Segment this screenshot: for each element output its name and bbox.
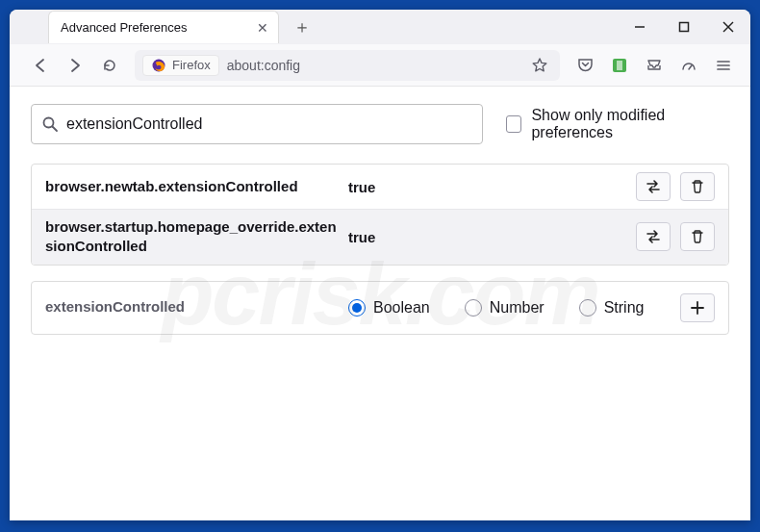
extension-icon[interactable]	[604, 50, 635, 81]
back-button[interactable]	[25, 50, 56, 81]
titlebar: Advanced Preferences ✕ ＋	[10, 10, 750, 44]
close-window-button[interactable]	[706, 10, 750, 44]
url-bar[interactable]: Firefox	[135, 50, 560, 81]
table-row: browser.startup.homepage_override.extens…	[32, 210, 728, 265]
firefox-icon	[151, 58, 166, 73]
svg-line-7	[689, 65, 692, 69]
search-box[interactable]	[31, 104, 483, 144]
svg-rect-6	[617, 61, 622, 70]
radio-label: String	[604, 299, 645, 317]
forward-button[interactable]	[60, 50, 90, 81]
search-icon	[41, 115, 59, 133]
radio-label: Boolean	[373, 299, 430, 317]
svg-rect-1	[680, 23, 689, 32]
radio-boolean[interactable]: Boolean	[348, 299, 430, 317]
minimize-button[interactable]	[618, 10, 662, 44]
prefs-table: browser.newtab.extensionControlled true …	[31, 164, 729, 266]
new-pref-name: extensionControlled	[45, 297, 348, 317]
show-modified-label: Show only modified preferences	[531, 107, 729, 141]
pref-value: true	[348, 229, 636, 245]
close-icon[interactable]: ✕	[257, 20, 268, 36]
type-radios: Boolean Number String	[348, 299, 680, 317]
identity-label: Firefox	[172, 58, 211, 72]
radio-string[interactable]: String	[579, 299, 645, 317]
reload-button[interactable]	[94, 50, 125, 81]
table-row: browser.newtab.extensionControlled true	[32, 165, 728, 210]
radio-number[interactable]: Number	[465, 299, 545, 317]
show-modified-checkbox[interactable]: Show only modified preferences	[506, 107, 729, 141]
toolbar: Firefox	[10, 44, 750, 87]
pref-value: true	[348, 179, 636, 195]
window-controls	[618, 10, 750, 44]
pref-name: browser.newtab.extensionControlled	[45, 177, 348, 196]
inbox-icon[interactable]	[639, 50, 670, 81]
toggle-button[interactable]	[636, 222, 671, 251]
search-row: Show only modified preferences	[31, 104, 729, 144]
browser-window: Advanced Preferences ✕ ＋	[10, 10, 750, 520]
new-tab-button[interactable]: ＋	[289, 15, 316, 38]
identity-box[interactable]: Firefox	[142, 55, 219, 76]
search-input[interactable]	[66, 115, 472, 133]
bookmark-star-icon[interactable]	[527, 50, 552, 81]
maximize-button[interactable]	[662, 10, 706, 44]
pocket-icon[interactable]	[570, 50, 600, 81]
svg-line-12	[53, 127, 58, 132]
tab-title: Advanced Preferences	[61, 20, 257, 35]
browser-tab[interactable]: Advanced Preferences ✕	[48, 11, 279, 43]
new-pref-row: extensionControlled Boolean Number Strin…	[31, 281, 729, 335]
page-content: pcrisk.com Show only modified preference…	[10, 87, 750, 520]
delete-button[interactable]	[680, 172, 715, 201]
radio-label: Number	[490, 299, 545, 317]
menu-button[interactable]	[708, 50, 739, 81]
url-input[interactable]	[227, 58, 527, 73]
add-button[interactable]	[680, 293, 715, 322]
speed-icon[interactable]	[673, 50, 704, 81]
delete-button[interactable]	[680, 222, 715, 251]
checkbox-icon	[506, 115, 521, 133]
toggle-button[interactable]	[636, 172, 671, 201]
pref-name: browser.startup.homepage_override.extens…	[45, 217, 348, 257]
